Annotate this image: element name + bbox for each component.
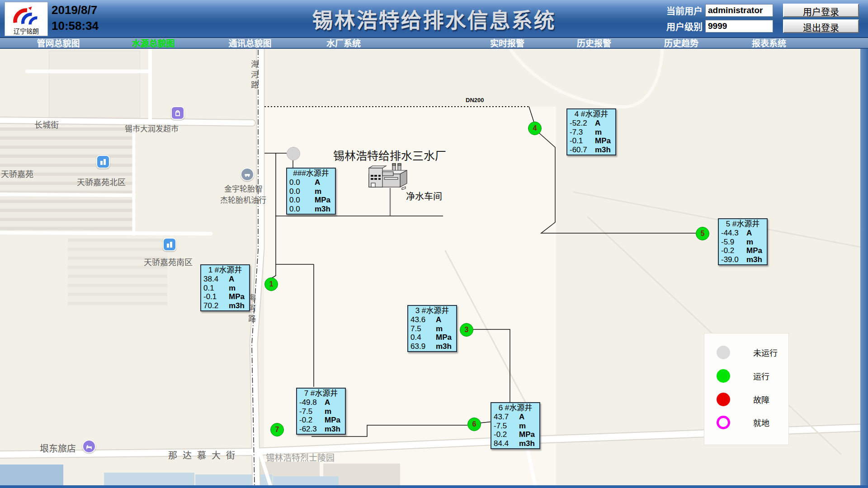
current-user-row: 当前用户 用户登录 [666,4,859,17]
well-box-4: 4 #水源井 -52.2A -7.3m -0.1MPa -60.7m3h [566,108,616,155]
legend-item-fault: 故障 [704,392,788,407]
user-level-input[interactable] [705,20,773,33]
street-label: 那达慕大街 [168,448,241,461]
nav-history-trend[interactable]: 历史趋势 [664,39,698,48]
well-marker-5[interactable]: 5 [696,227,709,240]
login-button[interactable]: 用户登录 [783,4,859,17]
legend-fault-dot [717,393,730,406]
poi-label: 锡市大润发超市 [125,122,179,134]
well-box-6: 6 #水源井 43.7A -7.5m -0.2MPa 84.4m3h [491,402,540,449]
logo-icon [12,5,40,27]
status-legend: 未运行 运行 故障 就地 [704,333,789,445]
datetime: 2019/8/7 10:58:34 [52,2,99,34]
well-marker-3[interactable]: 3 [460,323,473,337]
legend-item-running: 运行 [704,369,788,383]
well-marker-1[interactable]: 1 [264,277,278,291]
factory-icon [360,163,414,190]
well-box-unset: ###水源井 0.0A 0.0m 0.0MPa 0.0m3h [286,168,336,215]
well-box-5: 5 #水源井 -44.3A -5.9m -0.2MPa -39.0m3h [718,218,768,265]
nav-pipe-network-overview[interactable]: 管网总貌图 [37,39,80,48]
user-level-label: 用户级别 [666,20,703,33]
street-label: 长城街 [34,118,59,130]
current-user-label: 当前用户 [666,4,703,17]
well-box-1: 1 #水源井 38.4A 0.1m -0.1MPa 70.2m3h [200,264,250,311]
community-icon [163,238,176,251]
nav-water-source-overview[interactable]: 水源总貌图 [132,39,175,48]
community-icon [96,155,110,169]
nav-realtime-alarm[interactable]: 实时报警 [490,39,524,48]
poi-label: 天骄嘉苑北区 [77,176,126,188]
legend-running-dot [717,369,730,383]
residential-block [68,239,167,306]
well-box-3: 3 #水源井 43.6A 7.5m 0.4MPa 63.9m3h [407,305,457,352]
legend-item-not-running: 未运行 [704,345,788,360]
nav-communication-overview[interactable]: 通讯总貌图 [228,39,271,48]
well-marker-7[interactable]: 7 [270,423,284,436]
well-box-7: 7 #水源井 -49.8A -7.5m -0.2MPa -62.3m3h [296,388,346,435]
map-canvas[interactable]: 长城街 锡市大润发超市 天骄嘉苑 天骄嘉苑北区 金宇轮胎智 杰轮胎机油行 天骄嘉… [0,49,868,488]
street-label: 海河路 [248,60,259,91]
current-date: 2019/8/7 [52,2,99,18]
map-block [49,51,140,117]
logout-button[interactable]: 退出登录 [783,19,859,33]
district-boundary [252,50,258,486]
scada-window: 辽宁铭朗 2019/8/7 10:58:34 锡林浩特给排水信息系统 当前用户 … [0,0,868,488]
poi-label: 天骄嘉苑南区 [144,256,193,267]
plant-name-label: 锡林浩特给排水三水厂 [333,147,446,163]
company-logo: 辽宁铭朗 [5,2,48,36]
workshop-label: 净水车间 [406,189,442,202]
pipe-diameter-label: DN200 [466,97,484,103]
car-repair-icon [241,168,254,181]
poi-label: 天骄嘉苑 [1,168,33,179]
poi-label: 垠东旅店 [40,441,76,455]
well-marker-4[interactable]: 4 [528,122,542,135]
supermarket-icon [171,106,184,120]
bottom-frame-strip [0,485,868,488]
poi-label: 金宇轮胎智 [224,183,263,194]
well-marker-unset[interactable] [287,147,300,160]
nav-history-alarm[interactable]: 历史报警 [577,39,611,48]
nav-report-system[interactable]: 报表系统 [752,39,786,48]
logo-text: 辽宁铭朗 [14,27,39,36]
main-menu-bar: 管网总貌图 水源总貌图 通讯总貌图 水厂系统 实时报警 历史报警 历史趋势 报表… [0,37,868,49]
legend-not-running-dot [717,346,730,359]
current-user-input[interactable] [705,4,773,17]
hotel-icon [82,440,96,453]
legend-item-local: 就地 [704,415,788,430]
poi-label: 杰轮胎机油行 [220,194,266,205]
user-level-row: 用户级别 退出登录 [666,19,859,33]
nav-water-plant-system[interactable]: 水厂系统 [326,39,361,48]
poi-label: 锡林浩特烈士陵园 [266,451,335,463]
well-marker-6[interactable]: 6 [467,418,481,431]
water-area [0,465,63,485]
header-bar: 辽宁铭朗 2019/8/7 10:58:34 锡林浩特给排水信息系统 当前用户 … [0,0,868,38]
legend-local-dot [717,416,730,429]
page-title: 锡林浩特给排水信息系统 [312,4,556,33]
current-time: 10:58:34 [52,18,99,34]
right-frame-strip [860,49,868,488]
